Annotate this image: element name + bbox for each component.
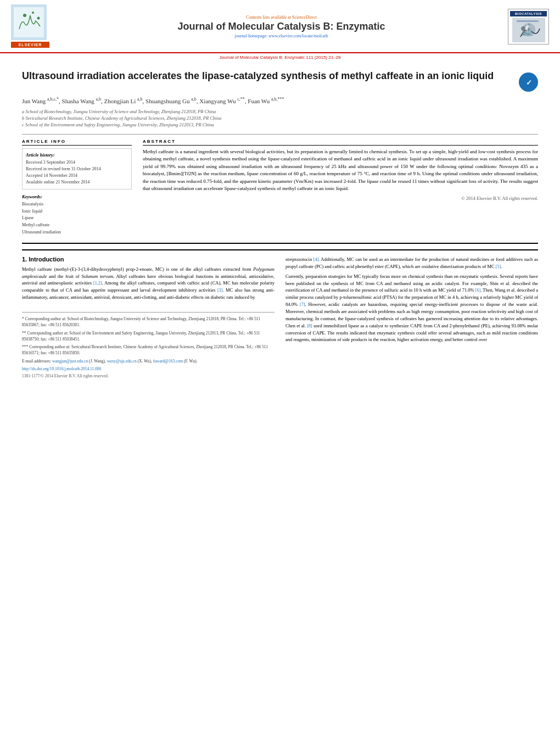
info-abstract-section: ARTICLE INFO Article history: Received 3… bbox=[22, 139, 538, 236]
affiliation-c: c School of the Environment and Safety E… bbox=[22, 122, 538, 129]
email-link-wu[interactable]: wuxy@ujs.edu.cn bbox=[107, 359, 137, 364]
affiliation-a: a School of Biotechnology, Jiangsu Unive… bbox=[22, 109, 538, 115]
body-para-1: Methyl caffeate (methyl-(E)-3-(3,4-dihyd… bbox=[22, 266, 275, 301]
body-para-2: streptozotocin [4]. Additionally, MC can… bbox=[285, 256, 538, 343]
accepted-date: Accepted 14 November 2014 bbox=[26, 172, 128, 179]
divider-2 bbox=[22, 243, 538, 244]
doi-link[interactable]: http://dx.doi.org/10.1016/j.molcatb.2014… bbox=[22, 366, 101, 371]
keyword-4: Methyl caffeate bbox=[22, 222, 132, 229]
keyword-5: Ultrasound irradiation bbox=[22, 229, 132, 236]
contents-note: Contents lists available at ScienceDirec… bbox=[55, 15, 508, 20]
crossmark-badge: ✓ bbox=[519, 72, 538, 92]
affiliation-b: b Sericultural Research Institute, Chine… bbox=[22, 115, 538, 122]
article-info-col: ARTICLE INFO Article history: Received 3… bbox=[22, 139, 132, 236]
article-info-heading: ARTICLE INFO bbox=[22, 139, 132, 146]
main-body: 1. Introduction Methyl caffeate (methyl-… bbox=[22, 249, 538, 378]
biocatalysis-image bbox=[512, 18, 545, 42]
authors-line: Jun Wang a,b,c,*, Shasha Wang a,b, Zhong… bbox=[22, 96, 538, 105]
keywords-title: Keywords: bbox=[22, 194, 132, 199]
body-col-right: streptozotocin [4]. Additionally, MC can… bbox=[285, 256, 538, 378]
email-link-fuan[interactable]: fuward@163.com bbox=[153, 359, 183, 364]
received-date: Received 3 September 2014 bbox=[26, 159, 128, 166]
page: ELSEVIER Contents lists available at Sci… bbox=[0, 0, 560, 742]
svg-point-5 bbox=[522, 23, 535, 36]
footnote-1: * Corresponding author at: School of Bio… bbox=[22, 316, 275, 328]
abstract-heading: ABSTRACT bbox=[143, 139, 538, 146]
keyword-3: Lipase bbox=[22, 215, 132, 222]
svg-point-6 bbox=[521, 26, 525, 31]
keywords-section: Keywords: Biocatalysis Ionic liquid Lipa… bbox=[22, 194, 132, 236]
article-title-block: Ultrasound irradiation accelerates the l… bbox=[22, 70, 538, 92]
issn-line: 1381-1177/© 2014 Elsevier B.V. All right… bbox=[22, 373, 275, 378]
abstract-col: ABSTRACT Methyl caffeate is a natural in… bbox=[143, 139, 538, 236]
article-content: Ultrasound irradiation accelerates the l… bbox=[0, 62, 560, 387]
revised-date: Received in revised form 31 October 2014 bbox=[26, 166, 128, 172]
email-prefix: E-mail addresses: bbox=[22, 359, 52, 364]
footnote-3: *** Corresponding author at: Sericultura… bbox=[22, 344, 275, 356]
svg-point-2 bbox=[32, 12, 34, 14]
svg-rect-7 bbox=[517, 20, 539, 22]
footnote-email: E-mail addresses: wangjun@just.edu.cn (J… bbox=[22, 358, 275, 364]
biocatalysis-label: BIOCATALYSIS bbox=[510, 11, 547, 16]
history-title: Article history: bbox=[26, 152, 128, 158]
doi-line: http://dx.doi.org/10.1016/j.molcatb.2014… bbox=[22, 366, 275, 372]
keyword-2: Ionic liquid bbox=[22, 208, 132, 215]
article-title-text: Ultrasound irradiation accelerates the l… bbox=[22, 70, 519, 82]
biocatalysis-badge: BIOCATALYSIS bbox=[508, 9, 549, 44]
journal-header: ELSEVIER Contents lists available at Sci… bbox=[0, 0, 560, 53]
elsevier-label: ELSEVIER bbox=[11, 42, 49, 48]
journal-issue-line: Journal of Molecular Catalysis B: Enzyma… bbox=[0, 53, 560, 62]
article-footer: * Corresponding author at: School of Bio… bbox=[22, 312, 275, 378]
section-1-title: 1. Introduction bbox=[22, 256, 275, 263]
svg-point-1 bbox=[23, 14, 26, 17]
footnote-2: ** Corresponding author at: School of th… bbox=[22, 330, 275, 343]
divider-1 bbox=[22, 134, 538, 135]
article-history-box: Article history: Received 3 September 20… bbox=[22, 148, 132, 189]
body-col-left: 1. Introduction Methyl caffeate (methyl-… bbox=[22, 256, 275, 378]
affiliations: a School of Biotechnology, Jiangsu Unive… bbox=[22, 109, 538, 129]
abstract-text: Methyl caffeate is a natural ingredient … bbox=[143, 148, 538, 193]
svg-point-3 bbox=[37, 17, 40, 20]
journal-homepage: journal homepage: www.elsevier.com/locat… bbox=[55, 34, 508, 38]
journal-title: Journal of Molecular Catalysis B: Enzyma… bbox=[55, 21, 508, 32]
elsevier-logo: ELSEVIER bbox=[11, 4, 55, 49]
svg-text:✓: ✓ bbox=[525, 79, 531, 87]
abstract-copyright: © 2014 Elsevier B.V. All rights reserved… bbox=[143, 196, 538, 201]
journal-meta: Contents lists available at ScienceDirec… bbox=[55, 15, 508, 38]
keyword-1: Biocatalysis bbox=[22, 201, 132, 208]
available-date: Available online 21 November 2014 bbox=[26, 179, 128, 186]
authors-text: Jun Wang a,b,c,*, Shasha Wang a,b, Zhong… bbox=[22, 98, 284, 104]
email-link-wang[interactable]: wangjun@just.edu.cn bbox=[52, 359, 88, 364]
